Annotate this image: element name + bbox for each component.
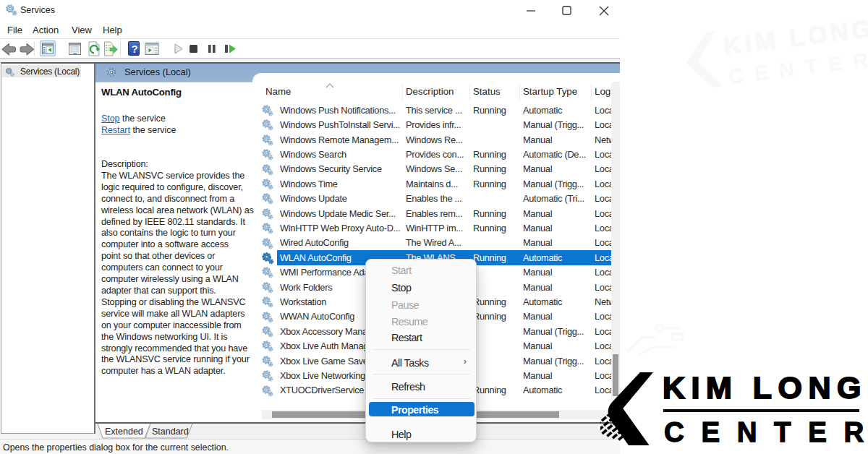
svg-text:Extended: Extended	[105, 427, 143, 437]
svg-text:Standard: Standard	[152, 427, 189, 437]
